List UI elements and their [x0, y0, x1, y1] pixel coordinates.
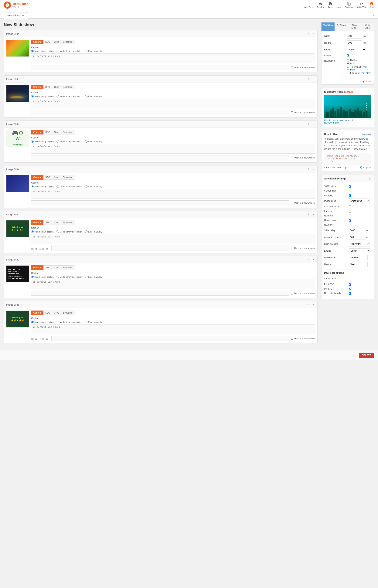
random-checkbox[interactable] — [349, 215, 351, 217]
toggle-title-btn[interactable]: Toggle title — [361, 133, 371, 135]
caption-textarea-6[interactable] — [31, 279, 315, 289]
slide-delete-5[interactable]: ✕ — [312, 212, 315, 216]
print-css-checkbox[interactable] — [349, 283, 351, 286]
open-new-window-2[interactable]: Open in a new window — [291, 111, 315, 114]
filmstrip-learn-more[interactable]: Learn More — [360, 72, 371, 74]
effect-select[interactable]: Fade Slide — [347, 47, 366, 52]
duplicate-button[interactable]: Duplicate — [345, 2, 353, 8]
shortcode-block[interactable]: <?php echo do_shortcode( [metaslider id=… — [324, 153, 371, 165]
next-text-input[interactable] — [349, 262, 368, 267]
width-input[interactable] — [347, 34, 362, 39]
caption-url-input-6[interactable] — [31, 291, 289, 296]
slide-tab-seo-2[interactable]: SEO — [43, 85, 52, 89]
slide-edit-5[interactable]: ✎ — [307, 212, 310, 216]
slide-tab-general-4[interactable]: General — [31, 175, 43, 180]
reverse-checkbox[interactable] — [349, 224, 351, 226]
caption-radio-manual-7[interactable]: Enter manually — [85, 321, 102, 323]
caption-radio-library-5[interactable]: Media library caption — [31, 230, 54, 233]
slide-tab-schedule-1[interactable]: Schedule — [61, 40, 74, 44]
slide-tab-schedule-4[interactable]: Schedule — [61, 175, 74, 180]
caption-radio-manual-2[interactable]: Enter manually — [85, 95, 102, 97]
caption-radio-manual-4[interactable]: Enter manually — [85, 185, 102, 188]
slide-tab-general-5[interactable]: General — [31, 220, 43, 225]
slide-tab-seo-1[interactable]: SEO — [43, 40, 52, 44]
caption-url-input-3[interactable] — [31, 155, 289, 160]
caption-textarea-3[interactable] — [31, 144, 315, 154]
anim-speed-input[interactable] — [349, 235, 364, 240]
slide-direction-select[interactable]: Horizontal Vertical — [349, 242, 369, 247]
nav-radio-thumbnail[interactable]: Thumbnail Learn More — [347, 66, 371, 71]
caption-textarea-1[interactable] — [31, 53, 315, 63]
slide-delete-4[interactable]: ✕ — [312, 167, 315, 171]
slide-tab-general-1[interactable]: General — [31, 40, 43, 44]
caption-textarea-7[interactable] — [31, 324, 315, 334]
trash-button[interactable]: Trash — [363, 80, 371, 83]
slide-tab-general-7[interactable]: General — [31, 311, 43, 315]
css-classes-input[interactable] — [349, 276, 371, 281]
hover-pause-checkbox[interactable] — [349, 219, 351, 222]
caption-radio-desc-4[interactable]: Media library description — [56, 185, 82, 188]
caption-radio-library-6[interactable]: Media library caption — [31, 275, 54, 278]
advanced-settings-header[interactable]: Advanced Settings ▲ — [322, 175, 374, 182]
open-new-window-6[interactable]: Open in a new window — [291, 292, 315, 294]
slide-tab-schedule-6[interactable]: Schedule — [61, 265, 74, 270]
slide-tab-general-6[interactable]: General — [31, 265, 43, 270]
tab-coin[interactable]: Coin Slider — [361, 23, 374, 31]
slide-tab-crop-5[interactable]: Crop — [52, 220, 61, 225]
open-new-window-1[interactable]: Open in a new window — [291, 66, 315, 69]
slide-delete-1[interactable]: ✕ — [312, 32, 315, 36]
slide-edit-1[interactable]: ✎ — [307, 32, 310, 36]
slideshow-tab[interactable]: New Slideshow — [4, 12, 28, 18]
caption-url-input-5[interactable] — [51, 246, 289, 250]
nav-radio-filmstrip[interactable]: Filmstrip Learn More — [347, 72, 371, 74]
carousel-checkbox[interactable] — [349, 206, 351, 208]
full-width-checkbox[interactable] — [349, 185, 351, 188]
theme-preview-image[interactable] — [324, 95, 371, 118]
caption-radio-manual-5[interactable]: Enter manually — [85, 230, 102, 233]
caption-textarea-4[interactable] — [31, 189, 315, 199]
remove-theme-link[interactable]: Remove theme — [324, 121, 339, 124]
caption-url-input-7[interactable] — [51, 336, 289, 341]
caption-radio-library-1[interactable]: Media library caption — [31, 50, 54, 52]
slide-tab-crop-4[interactable]: Crop — [52, 175, 61, 180]
caption-url-input-2[interactable] — [31, 110, 289, 115]
open-new-window-4[interactable]: Open in a new window — [291, 202, 315, 204]
caption-radio-desc-6[interactable]: Media library description — [56, 275, 82, 278]
auto-play-checkbox[interactable] — [349, 194, 351, 197]
slide-delete-7[interactable]: ✕ — [312, 303, 315, 307]
previous-text-input[interactable] — [349, 255, 368, 260]
tab-nivo[interactable]: Nivo Slider — [348, 23, 361, 31]
slide-delete-6[interactable]: ✕ — [312, 258, 315, 261]
height-input[interactable] — [347, 40, 362, 45]
slide-tab-seo-3[interactable]: SEO — [43, 130, 52, 134]
slide-edit-6[interactable]: ✎ — [307, 258, 310, 261]
slide-tab-schedule-7[interactable]: Schedule — [61, 311, 74, 315]
caption-radio-library-7[interactable]: Media library caption — [31, 321, 54, 323]
image-crop-select[interactable]: Smart Crop None Landscape Portrait — [349, 198, 369, 203]
caption-radio-desc-2[interactable]: Media library description — [56, 95, 82, 97]
caption-radio-manual-3[interactable]: Enter manually — [85, 140, 102, 143]
new-button[interactable]: New — [337, 2, 341, 8]
no-conflict-checkbox[interactable] — [349, 292, 351, 295]
slide-tab-crop-1[interactable]: Crop — [52, 40, 61, 44]
save-button[interactable]: Save — [369, 2, 374, 8]
add-slide-button[interactable]: Add Slide — [304, 2, 313, 8]
tab-flexslider[interactable]: FlexSlider — [322, 23, 335, 31]
nav-radio-hidden[interactable]: Hidden — [347, 59, 371, 62]
slide-delete-3[interactable]: ✕ — [312, 122, 315, 126]
slide-tab-schedule-3[interactable]: Schedule — [61, 130, 74, 134]
delete-button[interactable]: DELETE — [359, 353, 374, 358]
slide-edit-2[interactable]: ✎ — [307, 77, 310, 81]
slide-tab-seo-4[interactable]: SEO — [43, 175, 52, 180]
fade-in-checkbox[interactable] — [349, 210, 351, 212]
slide-tab-schedule-2[interactable]: Schedule — [61, 85, 74, 89]
slide-edit-3[interactable]: ✎ — [307, 122, 310, 126]
center-align-checkbox[interactable] — [349, 190, 351, 192]
caption-radio-desc-1[interactable]: Media library description — [56, 50, 82, 52]
caption-radio-desc-7[interactable]: Media library description — [56, 321, 82, 323]
caption-radio-library-3[interactable]: Media library caption — [31, 140, 54, 143]
thumbnail-learn-more[interactable]: Learn More — [350, 66, 367, 71]
slide-tab-general-2[interactable]: General — [31, 85, 43, 89]
slide-delay-input[interactable] — [349, 228, 364, 233]
caption-radio-library-4[interactable]: Media library caption — [31, 185, 54, 188]
